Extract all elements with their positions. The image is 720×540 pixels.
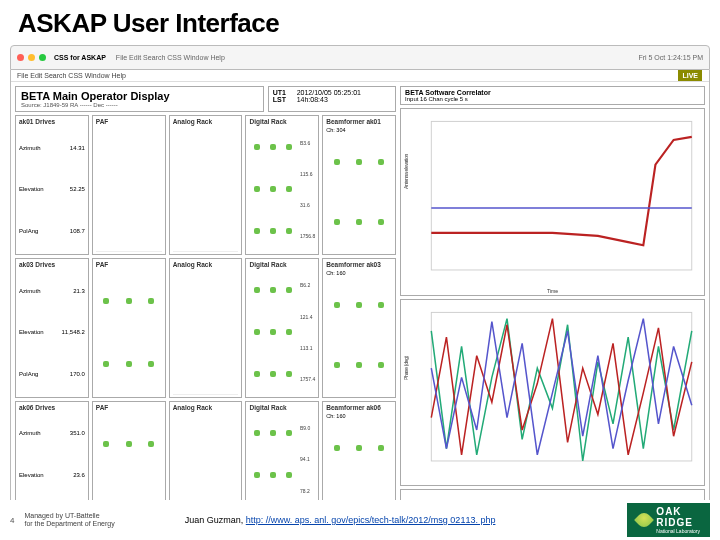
ut1-value: 2012/10/05 05:25:01: [297, 89, 361, 96]
side-val: B9.0: [300, 425, 315, 431]
kv-label: PolAng: [19, 371, 38, 377]
tile-title: Digital Rack: [249, 261, 315, 268]
kv-label: PolAng: [19, 228, 38, 234]
app-frame: File Edit Search CSS Window Help BETA Ma…: [10, 70, 710, 505]
source-row: Source: J1849-59 RA ------ Dec ------: [21, 102, 258, 108]
tile-title: ak03 Drives: [19, 261, 85, 268]
kv-label: Azimuth: [19, 288, 41, 294]
operator-panel: BETA Main Operator Display Source: J1849…: [15, 86, 396, 540]
side-val: 121.4: [300, 314, 315, 320]
side-val: B6.2: [300, 282, 315, 288]
window-title: CSS for ASKAP: [54, 54, 106, 61]
page-title: BETA Main Operator Display: [21, 90, 258, 102]
kv-label: Elevation: [19, 329, 44, 335]
tile-grid: ak01 Drives Azimuth14.31 Elevation52.25 …: [15, 115, 396, 540]
tile-ak03-analog[interactable]: Analog Rack: [169, 258, 243, 398]
chart-ylabel: Phase (deg): [403, 356, 409, 380]
kv-val: 21.3: [73, 288, 85, 294]
tile-ak03-drives[interactable]: ak03 Drives Azimuth21.3 Elevation11,548.…: [15, 258, 89, 398]
tile-ak03-paf[interactable]: PAF: [92, 258, 166, 398]
tile-title: PAF: [96, 404, 162, 411]
tile-ak01-analog[interactable]: Analog Rack: [169, 115, 243, 255]
tile-ak01-beamformer[interactable]: Beamformer ak01 Ch: 304: [322, 115, 396, 255]
corr-row: Input 16 Chan cycle 5 s: [405, 96, 700, 102]
managed-l2: for the Department of Energy: [24, 520, 114, 528]
plots-panel: BETA Software Correlator Input 16 Chan c…: [400, 86, 705, 540]
close-icon[interactable]: [17, 54, 24, 61]
credit-link[interactable]: http: //www. aps. anl. gov/epics/tech-ta…: [246, 515, 496, 525]
window-titlebar: CSS for ASKAP File Edit Search CSS Windo…: [10, 45, 710, 70]
window-clock: Fri 5 Oct 1:24:15 PM: [638, 54, 703, 61]
side-val: 115.6: [300, 171, 315, 177]
kv-val: 108.7: [70, 228, 85, 234]
kv-label: Azimuth: [19, 145, 41, 151]
tile-title: Analog Rack: [173, 404, 239, 411]
corr-title: BETA Software Correlator: [405, 89, 700, 96]
side-val: B3.6: [300, 140, 315, 146]
tile-title: Beamformer ak06: [326, 404, 392, 411]
slide-title: ASKAP User Interface: [0, 0, 720, 43]
managed-l1: Managed by UT-Battelle: [24, 512, 114, 520]
kv-label: Elevation: [19, 472, 44, 478]
side-val: 113.1: [300, 345, 315, 351]
chart-elevation[interactable]: Antenna elevation Time: [400, 108, 705, 296]
tile-title: PAF: [96, 261, 162, 268]
side-val: 1756.8: [300, 233, 315, 239]
tile-ak03-digital[interactable]: Digital RackB6.2121.4113.11757.4: [245, 258, 319, 398]
slide-footer: 4 Managed by UT-Battelle for the Departm…: [0, 500, 720, 540]
lab-l3: National Laboratory: [656, 528, 700, 534]
lab-l1: OAK: [656, 506, 681, 517]
tile-title: ak06 Drives: [19, 404, 85, 411]
kv-val: 11,548.2: [61, 329, 84, 335]
kv-label: Elevation: [19, 186, 44, 192]
tile-title: PAF: [96, 118, 162, 125]
chart-ylabel: Antenna elevation: [403, 154, 409, 189]
lst-value: 14h:08:43: [297, 96, 328, 103]
tile-title: Beamformer ak03: [326, 261, 392, 268]
minimize-icon[interactable]: [28, 54, 35, 61]
tile-title: Digital Rack: [249, 404, 315, 411]
zoom-icon[interactable]: [39, 54, 46, 61]
lab-l2: RIDGE: [656, 517, 693, 528]
kv-val: 14.31: [70, 145, 85, 151]
tile-title: Digital Rack: [249, 118, 315, 125]
tile-title: Beamformer ak01: [326, 118, 392, 125]
lst-label: LST: [273, 96, 295, 103]
side-val: 78.2: [300, 488, 315, 494]
leaf-icon: [634, 510, 654, 530]
tile-ak01-paf[interactable]: PAF: [92, 115, 166, 255]
tile-ak01-drives[interactable]: ak01 Drives Azimuth14.31 Elevation52.25 …: [15, 115, 89, 255]
chart-xlabel: Time: [547, 288, 558, 294]
live-badge: LIVE: [678, 70, 702, 81]
credit-name: Juan Guzman,: [185, 515, 246, 525]
time-box: UT1 2012/10/05 05:25:01 LST 14h:08:43: [268, 86, 396, 112]
side-val: 31.6: [300, 202, 315, 208]
window-menu[interactable]: File Edit Search CSS Window Help: [116, 54, 225, 61]
tile-ak01-digital[interactable]: Digital Rack B3.6115.631.61756.8: [245, 115, 319, 255]
tile-title: Analog Rack: [173, 261, 239, 268]
chart-phase[interactable]: Phase (deg): [400, 299, 705, 487]
kv-val: 52.25: [70, 186, 85, 192]
tile-title: ak01 Drives: [19, 118, 85, 125]
kv-val: 351.0: [70, 430, 85, 436]
app-menubar[interactable]: File Edit Search CSS Window Help: [11, 70, 709, 82]
kv-val: 170.0: [70, 371, 85, 377]
correlator-box: BETA Software Correlator Input 16 Chan c…: [400, 86, 705, 105]
kv-label: Azimuth: [19, 430, 41, 436]
tile-ak03-beamformer[interactable]: Beamformer ak03Ch: 160: [322, 258, 396, 398]
side-val: 1757.4: [300, 376, 315, 382]
oakridge-logo: OAK RIDGE National Laboratory: [627, 503, 710, 537]
side-val: 94.1: [300, 456, 315, 462]
managed-text: Managed by UT-Battelle for the Departmen…: [24, 512, 114, 527]
kv-val: 23.6: [73, 472, 85, 478]
ut1-label: UT1: [273, 89, 295, 96]
main-title-box: BETA Main Operator Display Source: J1849…: [15, 86, 264, 112]
credit: Juan Guzman, http: //www. aps. anl. gov/…: [185, 515, 496, 525]
svg-rect-0: [431, 121, 691, 270]
tile-title: Analog Rack: [173, 118, 239, 125]
page-number: 4: [10, 516, 14, 525]
